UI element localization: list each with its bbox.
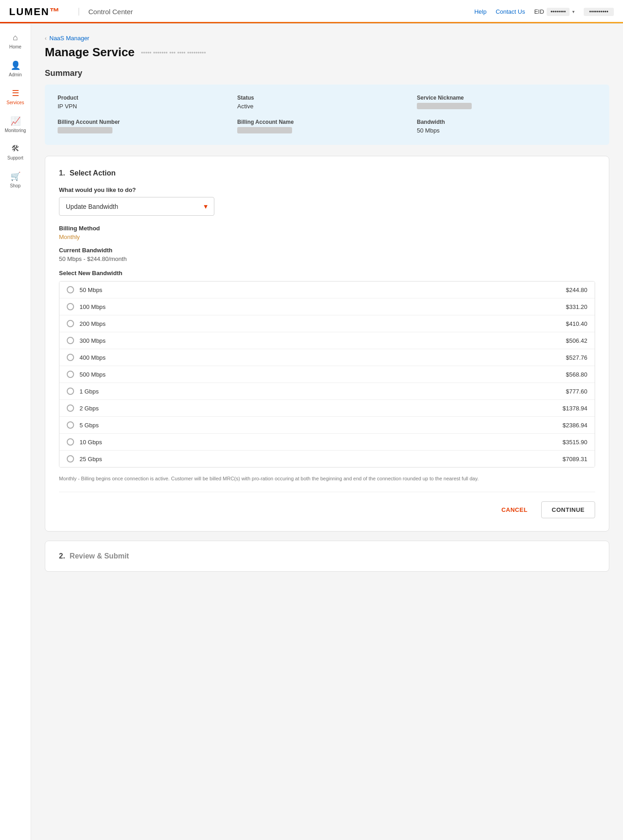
action-question-label: What would you like to do? (59, 186, 595, 193)
bw-option-left: 25 Gbps (67, 455, 102, 463)
bandwidth-option-8[interactable]: 5 Gbps $2386.94 (59, 417, 595, 434)
bw-option-name-9: 10 Gbps (80, 439, 102, 446)
radio-circle-3 (67, 337, 74, 344)
bw-option-name-3: 300 Mbps (80, 337, 106, 344)
page-subtitle: ••••• ••••••• ••• •••• ••••••••• (141, 49, 206, 56)
bw-option-price-9: $3515.90 (563, 439, 587, 446)
summary-billing-name: Billing Account Name (237, 119, 417, 135)
sidebar-item-services[interactable]: ☰ Services (2, 84, 29, 110)
billing-method-group: Billing Method Monthly (59, 225, 595, 240)
sidebar-admin-label: Admin (9, 72, 21, 77)
bandwidth-option-2[interactable]: 200 Mbps $410.40 (59, 315, 595, 332)
sidebar-support-label: Support (7, 155, 23, 160)
action-dropdown-text: Update Bandwidth (66, 203, 118, 210)
summary-billing-number: Billing Account Number (58, 119, 237, 135)
current-bw-value: 50 Mbps - $244.80/month (59, 255, 595, 262)
bandwidth-option-4[interactable]: 400 Mbps $527.76 (59, 349, 595, 366)
bw-option-price-3: $506.42 (566, 337, 587, 344)
radio-circle-6 (67, 388, 74, 395)
sidebar-item-home[interactable]: ⌂ Home (2, 28, 29, 54)
new-bw-label: Select New Bandwidth (59, 270, 595, 276)
breadcrumb-parent-link[interactable]: NaaS Manager (49, 35, 89, 42)
step2-label: Review & Submit (69, 552, 129, 560)
bw-option-left: 50 Mbps (67, 286, 102, 293)
sidebar-services-label: Services (6, 100, 24, 105)
bw-option-name-0: 50 Mbps (80, 287, 102, 293)
home-icon: ⌂ (13, 33, 18, 43)
summary-heading: Summary (45, 69, 609, 78)
top-bar-right: Help Contact Us EID •••••••• ▾ •••••••••… (474, 8, 614, 16)
action-buttons: CANCEL CONTINUE (59, 492, 595, 518)
accent-bar (0, 22, 623, 23)
review-submit-section: 2. Review & Submit (45, 541, 609, 572)
sidebar-item-support[interactable]: 🛠 Support (2, 139, 29, 165)
summary-nickname: Service Nickname (417, 95, 596, 111)
step1-heading: 1. Select Action (59, 169, 595, 177)
summary-bandwidth: Bandwidth 50 Mbps (417, 119, 596, 135)
radio-circle-2 (67, 320, 74, 327)
bw-option-price-8: $2386.94 (563, 422, 587, 429)
bandwidth-option-10[interactable]: 25 Gbps $7089.31 (59, 451, 595, 467)
bw-option-name-5: 500 Mbps (80, 371, 106, 378)
sidebar-shop-label: Shop (10, 183, 21, 188)
continue-button[interactable]: CONTINUE (541, 501, 595, 518)
eid-value[interactable]: •••••••• (547, 8, 570, 16)
step1-num: 1. (59, 169, 65, 177)
bw-option-name-6: 1 Gbps (80, 388, 99, 395)
bw-option-left: 5 Gbps (67, 421, 99, 429)
action-dropdown[interactable]: Update Bandwidth ▾ (59, 197, 214, 216)
bandwidth-option-3[interactable]: 300 Mbps $506.42 (59, 332, 595, 349)
eid-section: EID •••••••• ▾ (534, 8, 575, 16)
support-icon: 🛠 (11, 144, 20, 154)
bw-option-left: 400 Mbps (67, 354, 106, 361)
summary-billing-name-label: Billing Account Name (237, 119, 417, 125)
radio-circle-4 (67, 354, 74, 361)
sidebar-item-monitoring[interactable]: 📈 Monitoring (2, 112, 29, 138)
eid-chevron-icon[interactable]: ▾ (572, 9, 575, 14)
cancel-button[interactable]: CANCEL (494, 502, 535, 518)
page-title: Manage Service ••••• ••••••• ••• •••• ••… (45, 45, 609, 59)
bw-option-price-4: $527.76 (566, 354, 587, 361)
help-link[interactable]: Help (474, 8, 487, 15)
summary-product-label: Product (58, 95, 237, 101)
admin-icon: 👤 (11, 60, 21, 70)
user-value[interactable]: •••••••••• (584, 8, 614, 16)
step2-heading: 2. Review & Submit (59, 552, 595, 560)
logo: LUMEN™ (9, 6, 60, 18)
main-content: ‹ NaaS Manager Manage Service ••••• ••••… (31, 24, 623, 840)
bw-option-left: 10 Gbps (67, 438, 102, 446)
summary-billing-name-value (237, 127, 292, 133)
user-section: •••••••••• (584, 8, 614, 16)
bandwidth-option-5[interactable]: 500 Mbps $568.80 (59, 366, 595, 383)
summary-nickname-value (417, 103, 472, 109)
breadcrumb-chevron-icon: ‹ (45, 35, 47, 42)
sidebar-item-admin[interactable]: 👤 Admin (2, 56, 29, 82)
bandwidth-option-1[interactable]: 100 Mbps $331.20 (59, 298, 595, 315)
radio-circle-5 (67, 371, 74, 378)
radio-circle-8 (67, 421, 74, 429)
summary-nickname-label: Service Nickname (417, 95, 596, 101)
sidebar-item-shop[interactable]: 🛒 Shop (2, 167, 29, 193)
bandwidth-option-6[interactable]: 1 Gbps $777.60 (59, 383, 595, 400)
radio-circle-0 (67, 286, 74, 293)
summary-card: Product IP VPN Status Active Service Nic… (45, 85, 609, 145)
bandwidth-option-0[interactable]: 50 Mbps $244.80 (59, 282, 595, 298)
bw-option-name-2: 200 Mbps (80, 320, 106, 327)
shop-icon: 🛒 (11, 171, 21, 181)
bw-option-left: 500 Mbps (67, 371, 106, 378)
bw-option-price-2: $410.40 (566, 320, 587, 327)
step1-label: Select Action (69, 169, 116, 177)
bw-option-left: 2 Gbps (67, 404, 99, 412)
current-bw-label: Current Bandwidth (59, 247, 595, 254)
bandwidth-option-9[interactable]: 10 Gbps $3515.90 (59, 434, 595, 451)
contact-link[interactable]: Contact Us (495, 8, 525, 15)
summary-status-label: Status (237, 95, 417, 101)
bw-option-name-1: 100 Mbps (80, 303, 106, 310)
bw-option-left: 200 Mbps (67, 320, 106, 327)
bw-option-price-10: $7089.31 (563, 456, 587, 463)
bandwidth-option-7[interactable]: 2 Gbps $1378.94 (59, 400, 595, 417)
sidebar-home-label: Home (9, 44, 21, 49)
bandwidth-options-list: 50 Mbps $244.80 100 Mbps $331.20 200 Mbp… (59, 281, 595, 468)
bw-option-name-8: 5 Gbps (80, 422, 99, 429)
bw-option-price-5: $568.80 (566, 371, 587, 378)
